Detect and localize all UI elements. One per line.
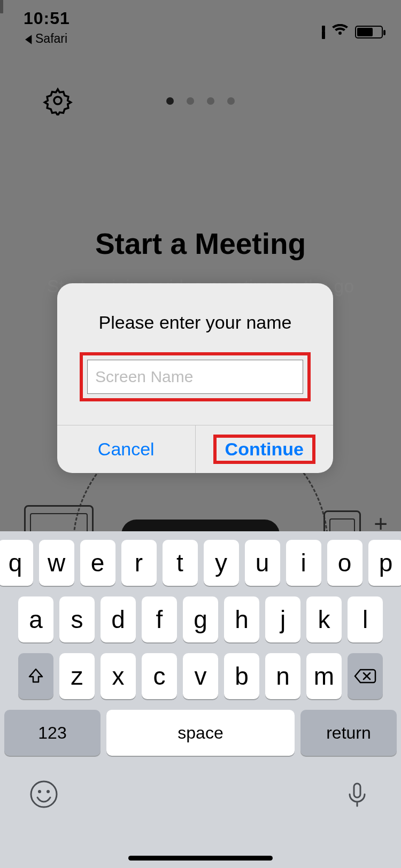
- svg-point-0: [31, 781, 57, 807]
- dictation-icon[interactable]: [342, 779, 372, 811]
- svg-point-2: [47, 790, 50, 793]
- keyboard-row-3: zxcvbnm: [4, 653, 397, 699]
- home-indicator[interactable]: [128, 856, 273, 861]
- key-d[interactable]: d: [101, 596, 136, 642]
- key-m[interactable]: m: [306, 653, 342, 699]
- highlight-continue: Continue: [213, 435, 315, 464]
- dialog-title: Please enter your name: [73, 312, 317, 333]
- cancel-label: Cancel: [98, 439, 155, 460]
- return-key[interactable]: return: [300, 710, 397, 756]
- emoji-icon[interactable]: [29, 779, 59, 811]
- numbers-key[interactable]: 123: [4, 710, 101, 756]
- backspace-key[interactable]: [348, 653, 383, 699]
- key-l[interactable]: l: [348, 596, 383, 642]
- key-a[interactable]: a: [18, 596, 53, 642]
- key-g[interactable]: g: [183, 596, 218, 642]
- key-f[interactable]: f: [142, 596, 177, 642]
- keyboard-row-2: asdfghjkl: [4, 596, 397, 642]
- screen-name-input[interactable]: [87, 360, 303, 394]
- continue-button[interactable]: Continue: [195, 425, 334, 473]
- shift-key[interactable]: [18, 653, 53, 699]
- key-n[interactable]: n: [265, 653, 300, 699]
- key-c[interactable]: c: [142, 653, 177, 699]
- space-key[interactable]: space: [106, 710, 295, 756]
- key-s[interactable]: s: [59, 596, 95, 642]
- key-i[interactable]: i: [286, 540, 321, 586]
- key-k[interactable]: k: [306, 596, 342, 642]
- key-b[interactable]: b: [224, 653, 259, 699]
- key-q[interactable]: q: [0, 540, 33, 586]
- software-keyboard: qwertyuiop asdfghjkl zxcvbnm 123 space r…: [0, 531, 401, 868]
- key-u[interactable]: u: [245, 540, 280, 586]
- key-x[interactable]: x: [101, 653, 136, 699]
- key-t[interactable]: t: [163, 540, 198, 586]
- key-y[interactable]: y: [204, 540, 239, 586]
- key-w[interactable]: w: [39, 540, 74, 586]
- key-z[interactable]: z: [59, 653, 95, 699]
- key-r[interactable]: r: [121, 540, 157, 586]
- key-j[interactable]: j: [265, 596, 300, 642]
- svg-rect-3: [354, 784, 360, 797]
- key-v[interactable]: v: [183, 653, 218, 699]
- key-o[interactable]: o: [327, 540, 363, 586]
- keyboard-row-1: qwertyuiop: [4, 540, 397, 586]
- svg-point-1: [38, 790, 41, 793]
- name-prompt-dialog: Please enter your name Cancel Continue: [57, 283, 333, 473]
- highlight-input: [80, 352, 311, 401]
- key-p[interactable]: p: [368, 540, 402, 586]
- key-e[interactable]: e: [80, 540, 115, 586]
- key-h[interactable]: h: [224, 596, 259, 642]
- cancel-button[interactable]: Cancel: [57, 425, 195, 473]
- continue-label: Continue: [225, 439, 304, 459]
